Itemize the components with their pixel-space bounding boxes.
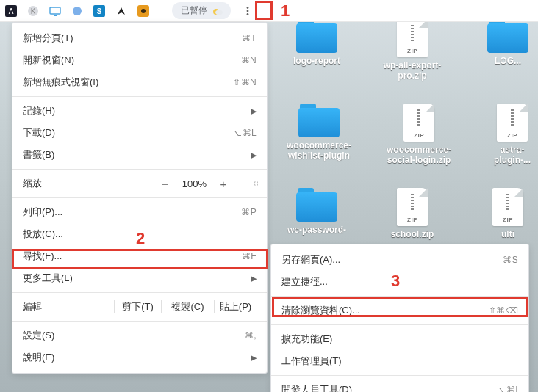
- separator: [271, 324, 528, 325]
- shortcut: ⇧⌘N: [233, 77, 257, 87]
- desktop-item[interactable]: woocommerce-wishlist-plugin: [287, 104, 351, 166]
- extension-icon[interactable]: K: [26, 4, 40, 18]
- separator: [12, 321, 267, 322]
- separator: [271, 375, 528, 376]
- svg-text:S: S: [97, 7, 102, 15]
- shortcut: ⇧⌘⌫: [489, 305, 518, 316]
- zip-icon: ZIP: [397, 188, 428, 226]
- svg-point-12: [215, 10, 223, 15]
- zoom-value: 100%: [182, 178, 207, 189]
- chevron-right-icon: ▶: [251, 274, 257, 283]
- svg-text:A: A: [9, 7, 14, 15]
- folder-icon: [296, 188, 337, 222]
- svg-point-13: [247, 7, 249, 9]
- menu-help[interactable]: 說明(E)▶: [12, 346, 267, 369]
- extension-icon[interactable]: [137, 4, 150, 18]
- menu-new-tab[interactable]: 新增分頁(T)⌘T: [12, 27, 267, 49]
- svg-point-15: [247, 13, 249, 15]
- menu-history[interactable]: 記錄(H)▶: [12, 100, 267, 122]
- menu-print[interactable]: 列印(P)...⌘P: [12, 201, 267, 223]
- extension-icon[interactable]: A: [4, 4, 18, 18]
- label: 開新視窗(N): [23, 54, 74, 67]
- desktop-item[interactable]: wc-password-: [287, 188, 347, 239]
- svg-text:K: K: [31, 7, 36, 15]
- desktop-item[interactable]: ZIPschool.zip: [382, 188, 442, 239]
- edit-copy-button[interactable]: 複製(C): [161, 300, 214, 313]
- menu-find[interactable]: 尋找(F)...⌘F: [12, 245, 267, 267]
- chevron-right-icon: ▶: [251, 106, 257, 116]
- chrome-menu-button[interactable]: [240, 3, 256, 19]
- extension-icon[interactable]: [115, 4, 128, 18]
- extension-icon[interactable]: [71, 4, 84, 18]
- chevron-right-icon: ▶: [251, 150, 257, 160]
- label: 下載(D): [23, 126, 55, 139]
- desktop-item[interactable]: ZIPulti: [478, 188, 538, 239]
- shortcut: ⌘,: [245, 330, 257, 341]
- weather-icon: [212, 5, 223, 17]
- menu-more-tools[interactable]: 更多工具(L)▶: [12, 267, 267, 289]
- menu-new-window[interactable]: 開新視窗(N)⌘N: [12, 49, 267, 71]
- separator: [12, 292, 267, 293]
- submenu-create-shortcut[interactable]: 建立捷徑...: [271, 271, 528, 293]
- folder-icon: [298, 104, 340, 137]
- file-name: LOG...: [495, 56, 521, 66]
- edit-cut-button[interactable]: 剪下(T): [114, 300, 161, 313]
- zoom-in-button[interactable]: +: [217, 178, 230, 190]
- fullscreen-icon[interactable]: [245, 177, 258, 190]
- label: 投放(C)...: [23, 228, 63, 241]
- zip-icon: ZIP: [404, 104, 434, 142]
- label: 新增無痕式視窗(I): [23, 76, 98, 89]
- extension-icon[interactable]: S: [93, 4, 106, 18]
- label: 建立捷徑...: [281, 275, 328, 288]
- label: 說明(E): [23, 351, 54, 364]
- submenu-clear-browsing-data[interactable]: 清除瀏覽資料(C)...⇧⌘⌫: [271, 300, 528, 322]
- submenu-dev-tools[interactable]: 開發人員工具(D)⌥⌘I: [271, 379, 528, 392]
- shortcut: ⌘S: [503, 255, 518, 265]
- desktop-item[interactable]: LOG...: [478, 19, 538, 81]
- label: 清除瀏覽資料(C)...: [281, 304, 360, 317]
- submenu-task-manager[interactable]: 工作管理員(T): [271, 350, 528, 372]
- submenu-extensions[interactable]: 擴充功能(E): [271, 328, 528, 350]
- zoom-out-button[interactable]: −: [159, 178, 172, 190]
- shortcut: ⌘N: [241, 55, 257, 65]
- svg-rect-5: [54, 15, 57, 16]
- label: 更多工具(L): [23, 272, 73, 285]
- file-name: wc-password-: [287, 225, 346, 235]
- profile-status-pill[interactable]: 已暫停: [172, 2, 231, 19]
- desktop-icon-grid: logo-report ZIPwp-all-export-pro.zip LOG…: [287, 16, 538, 239]
- zip-icon: ZIP: [497, 104, 528, 142]
- label: 工作管理員(T): [281, 355, 342, 368]
- label: 編輯: [12, 300, 42, 313]
- shortcut: ⌘P: [241, 207, 257, 217]
- menu-downloads[interactable]: 下載(D)⌥⌘L: [12, 122, 267, 144]
- menu-settings[interactable]: 設定(S)⌘,: [12, 324, 267, 346]
- shortcut: ⌘F: [242, 251, 257, 261]
- file-name: logo-report: [293, 56, 340, 66]
- edit-paste-button[interactable]: 貼上(P): [214, 300, 267, 313]
- label: 另存網頁(A)...: [281, 253, 340, 266]
- desktop-item[interactable]: ZIPwoocommerce-social-login.zip: [387, 104, 451, 166]
- file-name: wp-all-export-pro.zip: [382, 60, 442, 81]
- status-label: 已暫停: [181, 4, 207, 17]
- desktop-item[interactable]: ZIPastra-plugin-...: [487, 104, 538, 166]
- separator: [12, 96, 267, 97]
- desktop-item[interactable]: ZIPwp-all-export-pro.zip: [382, 19, 442, 81]
- file-name: astra-plugin-...: [487, 145, 538, 166]
- folder-icon: [296, 19, 337, 53]
- submenu-save-page[interactable]: 另存網頁(A)...⌘S: [271, 249, 528, 271]
- shortcut: ⌥⌘I: [496, 385, 518, 392]
- shortcut: ⌥⌘L: [232, 128, 257, 138]
- desktop-item[interactable]: logo-report: [287, 19, 347, 81]
- svg-point-6: [73, 7, 82, 15]
- menu-new-incognito[interactable]: 新增無痕式視窗(I)⇧⌘N: [12, 71, 267, 93]
- chrome-main-menu: 新增分頁(T)⌘T 開新視窗(N)⌘N 新增無痕式視窗(I)⇧⌘N 記錄(H)▶…: [12, 22, 268, 374]
- extension-icon[interactable]: [49, 4, 62, 18]
- file-name: woocommerce-social-login.zip: [387, 145, 451, 166]
- label: 新增分頁(T): [23, 32, 73, 45]
- menu-cast[interactable]: 投放(C)...: [12, 223, 267, 245]
- menu-bookmarks[interactable]: 書籤(B)▶: [12, 144, 267, 166]
- zip-icon: ZIP: [492, 188, 523, 226]
- label: 列印(P)...: [23, 206, 62, 219]
- menu-zoom: 縮放 − 100% +: [12, 173, 267, 195]
- zip-icon: ZIP: [397, 19, 428, 57]
